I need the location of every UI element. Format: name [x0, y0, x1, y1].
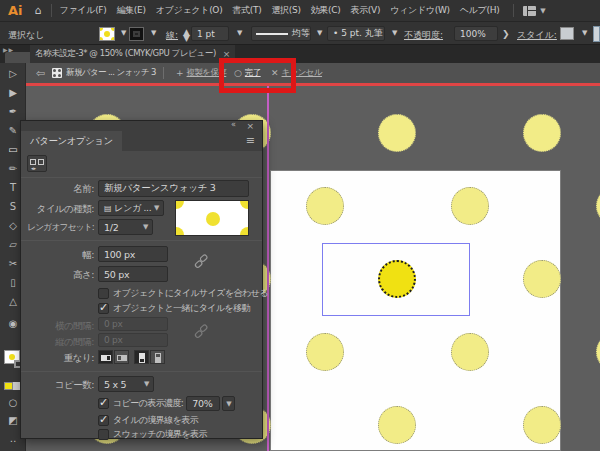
illustrator-logo[interactable]: Ai	[8, 3, 23, 18]
move-tile-with-art-checkbox[interactable]	[98, 303, 109, 314]
chevron-right-icon[interactable]: ❯	[502, 29, 510, 39]
menu-item-6[interactable]: 表示(V)	[345, 4, 385, 17]
menu-item-2[interactable]: オブジェクト(O)	[151, 4, 228, 17]
height-label: 高さ:	[21, 269, 94, 282]
menu-item-3[interactable]: 書式(T)	[227, 4, 266, 17]
pattern-tile-tool-button[interactable]: ◂▸	[27, 155, 47, 172]
chevron-down-icon[interactable]: ▼	[151, 29, 156, 37]
name-label: 名前:	[21, 183, 94, 196]
tile-type-label: タイルの種類:	[21, 203, 94, 216]
move-tile-with-art-row: オブジェクトと一緒にタイルを移動	[98, 302, 250, 315]
pattern-tile-icon	[52, 68, 62, 78]
show-swatch-bounds-row: スウォッチの境界を表示	[98, 428, 207, 441]
menu-item-1[interactable]: 編集(E)	[111, 4, 150, 17]
pattern-copy	[523, 406, 561, 444]
cropped-control	[593, 26, 600, 42]
style-swatch[interactable]	[560, 27, 574, 40]
chevron-down-icon: ▼	[540, 7, 545, 15]
menu-item-8[interactable]: ヘルプ(H)	[455, 4, 505, 17]
document-tab-bar: ▶▶ 名称未設定-3* @ 150% (CMYK/GPU プレビュー) ×	[0, 45, 600, 63]
height-input[interactable]: 50 px	[98, 266, 168, 282]
pattern-options-panel: « × パターンオプション ≡ ◂▸ 名前: 新規パターンスウォッチ 3 タイル…	[20, 120, 263, 439]
pattern-copy	[378, 406, 416, 444]
width-input[interactable]: 100 px	[98, 246, 168, 262]
stroke-profile-dropdown[interactable]: 均等	[251, 26, 311, 41]
tile-type-dropdown[interactable]: ▤レンガ ...▼	[98, 200, 164, 216]
pattern-copy	[451, 187, 489, 225]
pattern-copy	[596, 187, 600, 225]
panel-title-strip: « ×	[21, 121, 262, 131]
overlap-right-in-front-button[interactable]	[114, 350, 129, 364]
document-title: 名称未設定-3* @ 150% (CMYK/GPU プレビュー)	[35, 48, 216, 60]
exit-pattern-mode-icon[interactable]: ⇦	[36, 63, 45, 83]
page-guide-line	[267, 85, 269, 451]
menu-item-4[interactable]: 選択(S)	[266, 4, 305, 17]
size-tile-to-art-row: オブジェクトにタイルサイズを合わせる	[98, 287, 268, 300]
chevron-down-icon[interactable]: ▼	[317, 29, 322, 37]
workspace-switcher[interactable]: ▼	[504, 4, 545, 17]
chevron-down-icon[interactable]: ▼	[121, 29, 126, 37]
plus-icon: +	[176, 68, 184, 78]
brick-offset-dropdown[interactable]: 1/2▼	[98, 219, 153, 235]
h-spacing-input: 0 px	[98, 317, 168, 331]
stroke-weight-stepper[interactable]: ▲▼	[183, 29, 190, 41]
panel-tab[interactable]: パターンオプション	[21, 131, 122, 151]
pattern-name: 新規パター ... ンォッチ 3	[66, 63, 156, 83]
divider	[21, 177, 262, 178]
opacity-field[interactable]: 100%	[454, 26, 498, 41]
size-tile-to-art-checkbox[interactable]	[98, 288, 109, 299]
close-panel-icon[interactable]: ×	[246, 121, 254, 131]
width-label: 幅:	[21, 249, 94, 262]
workspace-icon	[523, 6, 536, 16]
pattern-copy	[523, 260, 561, 298]
menu-bar: Ai ⌂ ファイル(F)編集(E)オブジェクト(O)書式(T)選択(S)効果(C…	[0, 0, 600, 22]
brick-icon: ▤	[104, 204, 111, 213]
collapse-panel-icon[interactable]: «	[231, 120, 236, 130]
style-panel-link[interactable]: スタイル:	[517, 29, 557, 42]
pattern-copy	[306, 333, 344, 371]
stroke-weight-field[interactable]: 1 pt	[191, 26, 229, 41]
fill-indicator[interactable]	[4, 350, 20, 364]
pattern-copy	[596, 333, 600, 371]
show-swatch-bounds-checkbox[interactable]	[98, 429, 109, 440]
pen-tool[interactable]: ✒	[0, 106, 26, 118]
panel-menu-icon[interactable]: ≡	[246, 134, 255, 147]
divider	[513, 4, 514, 17]
chevron-down-icon[interactable]: ▼	[237, 29, 242, 37]
menu-item-0[interactable]: ファイル(F)	[55, 4, 112, 17]
brick-offset-label: レンガオフセット:	[21, 222, 94, 234]
dim-value-field[interactable]: 70%	[186, 396, 220, 411]
menu-item-5[interactable]: 効果(C)	[306, 4, 346, 17]
direct-selection-tool[interactable]: ▶	[0, 87, 26, 99]
opacity-panel-link[interactable]: 不透明度:	[404, 29, 443, 42]
stroke-color-swatch[interactable]	[129, 27, 144, 41]
chevron-down-icon[interactable]: ▼	[392, 29, 397, 37]
stroke-panel-link[interactable]: 線:	[166, 29, 178, 42]
v-spacing-label: 縦の間隔:	[21, 336, 94, 349]
overlap-left-in-front-button[interactable]	[98, 350, 113, 364]
overlap-top-in-front-button[interactable]	[134, 350, 149, 364]
pattern-tile-bounds[interactable]	[322, 243, 470, 316]
overlap-bottom-in-front-button[interactable]	[150, 350, 165, 364]
selection-tool[interactable]: ▷	[0, 68, 26, 80]
overlap-label: 重なり:	[21, 352, 94, 365]
copies-dropdown[interactable]: 5 x 5▼	[98, 376, 154, 392]
panel-tab-bar: パターンオプション ≡	[21, 131, 262, 151]
chevron-down-icon[interactable]: ▼	[582, 29, 587, 37]
home-icon[interactable]: ⌂	[35, 4, 42, 17]
color-type-buttons[interactable]	[4, 382, 20, 390]
show-tile-edge-row: タイルの境界線を表示	[98, 414, 198, 427]
h-spacing-label: 横の間隔:	[21, 320, 94, 333]
document-tab[interactable]: 名称未設定-3* @ 150% (CMYK/GPU プレビュー) ×	[30, 45, 235, 63]
pattern-name-input[interactable]: 新規パターンスウォッチ 3	[98, 180, 249, 197]
dim-copies-checkbox[interactable]	[98, 398, 109, 409]
pattern-dot	[104, 31, 110, 37]
brush-dropdown[interactable]: • 5 pt. 丸筆	[327, 26, 385, 41]
pattern-edit-bar: ⇦ 新規パター ... ンォッチ 3 + 複製を保存 ○ 完了 ✕ キャンセル	[26, 63, 600, 83]
menu-item-7[interactable]: ウィンドウ(W)	[385, 4, 455, 17]
dim-dropdown-arrow[interactable]: ▼	[222, 396, 235, 411]
selection-status: 選択なし	[8, 29, 44, 42]
annotation-highlight-box	[219, 58, 296, 93]
fill-color-swatch[interactable]	[99, 27, 115, 41]
show-tile-edge-checkbox[interactable]	[98, 415, 109, 426]
